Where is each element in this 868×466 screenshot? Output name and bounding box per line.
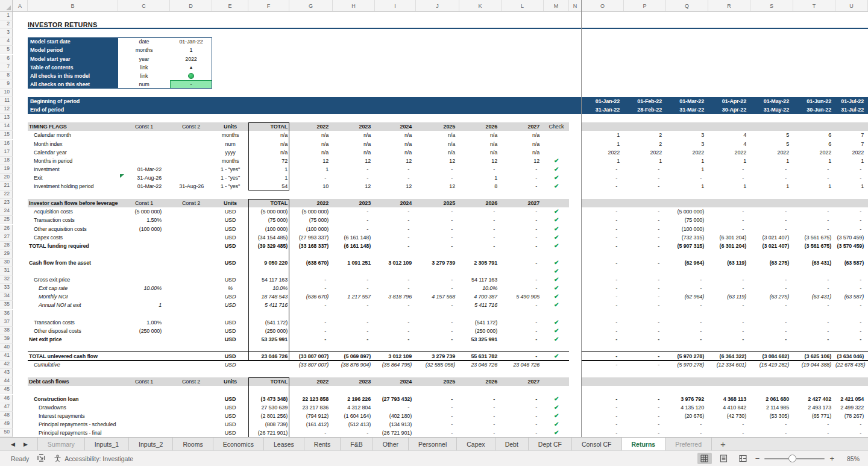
cell-O46[interactable]: - xyxy=(582,395,624,403)
cell-S41[interactable]: (3 084 682) xyxy=(750,352,793,361)
header-const1-14[interactable]: Const 1 xyxy=(118,122,170,131)
cell-H50[interactable]: - xyxy=(333,429,375,437)
cell-L27[interactable]: - xyxy=(502,233,544,242)
cell-O12[interactable]: 31-Jan-22 xyxy=(582,105,624,114)
row-label-19[interactable]: Investment xyxy=(28,165,118,174)
units-16[interactable]: num xyxy=(212,140,248,148)
const2-21[interactable]: 31-Aug-26 xyxy=(170,182,212,190)
cell-G16[interactable]: n/a xyxy=(289,140,333,148)
row-header-40[interactable]: 40 xyxy=(0,344,13,352)
cell-R49[interactable]: - xyxy=(708,420,750,429)
cell-T19[interactable]: - xyxy=(793,165,835,174)
cell-O26[interactable]: - xyxy=(582,225,624,233)
const1-38[interactable]: (250 000) xyxy=(118,327,170,335)
cell-K30[interactable]: 2 305 791 xyxy=(459,259,502,267)
units-27[interactable]: USD xyxy=(212,233,248,242)
cell-R26[interactable]: - xyxy=(708,225,750,233)
cell-L38[interactable]: - xyxy=(502,327,544,335)
units-28[interactable]: USD xyxy=(212,242,248,250)
cell-Q15[interactable]: 3 xyxy=(666,131,708,139)
cell-L24[interactable]: - xyxy=(502,207,544,216)
units-17[interactable]: yyyy xyxy=(212,148,248,157)
const1-37[interactable]: 1.00% xyxy=(118,318,170,327)
row-header-14[interactable]: 14 xyxy=(0,122,13,131)
cell-T20[interactable]: - xyxy=(793,174,835,182)
cell-I33[interactable]: - xyxy=(375,284,416,292)
cell-R38[interactable]: - xyxy=(708,327,750,335)
cell-I49[interactable]: (134 913) xyxy=(375,420,416,429)
cell-H25[interactable]: - xyxy=(333,216,375,224)
cell-I26[interactable]: - xyxy=(375,225,416,233)
cell-U48[interactable]: (78 267) xyxy=(835,412,868,420)
cell-U27[interactable]: (3 570 459) xyxy=(835,233,868,242)
units-50[interactable]: USD xyxy=(212,429,248,437)
row-header-11[interactable]: 11 xyxy=(0,97,13,105)
cell-J32[interactable]: - xyxy=(416,276,459,284)
zoom-slider[interactable] xyxy=(764,458,825,459)
sheet-tab-returns[interactable]: Returns xyxy=(622,438,666,450)
units-47[interactable]: USD xyxy=(212,403,248,412)
cell-I23[interactable]: 2024 xyxy=(375,199,416,207)
cell-G44[interactable]: 2022 xyxy=(289,377,333,386)
const1-21[interactable]: 01-Mar-22 xyxy=(118,182,170,190)
cell-J37[interactable]: - xyxy=(416,318,459,327)
row-label-50[interactable]: Principal repayments - final xyxy=(28,429,118,437)
cell-G17[interactable]: n/a xyxy=(289,148,333,157)
cell-U33[interactable]: - xyxy=(835,284,868,292)
cell-J38[interactable]: - xyxy=(416,327,459,335)
cell-J41[interactable]: 3 279 739 xyxy=(416,352,459,361)
cell-T18[interactable]: 1 xyxy=(793,157,835,165)
cell-K34[interactable]: 4 700 387 xyxy=(459,292,502,301)
cell-I30[interactable]: 3 012 109 xyxy=(375,259,416,267)
select-all-corner[interactable] xyxy=(0,0,13,12)
cell-R24[interactable]: - xyxy=(708,207,750,216)
normal-view-button[interactable] xyxy=(697,453,712,464)
cell-R30[interactable]: (63 119) xyxy=(708,259,750,267)
sheet-tab-inputs-1[interactable]: Inputs_1 xyxy=(85,438,129,450)
cell-S48[interactable]: (53 305) xyxy=(750,412,793,420)
units-34[interactable]: USD xyxy=(212,292,248,301)
sheet-tab-f-b[interactable]: F&B xyxy=(341,438,373,450)
cell-G46[interactable]: 22 123 858 xyxy=(289,395,333,403)
cell-K44[interactable]: 2026 xyxy=(459,377,502,386)
header-const2-44[interactable]: Const 2 xyxy=(170,377,212,386)
zoom-level[interactable]: 85% xyxy=(839,455,860,462)
row-label-24[interactable]: Acquisition costs xyxy=(28,207,118,216)
cell-T21[interactable]: 1 xyxy=(793,182,835,190)
cell-K33[interactable]: 10.0% xyxy=(459,284,502,292)
cell-P49[interactable]: - xyxy=(624,420,666,429)
row-header-19[interactable]: 19 xyxy=(0,165,13,174)
row-label-28[interactable]: TOTAL funding required xyxy=(28,242,118,250)
cell-H34[interactable]: 1 217 557 xyxy=(333,292,375,301)
units-21[interactable]: 1 - "yes" xyxy=(212,182,248,190)
cell-U12[interactable]: 31-Jul-22 xyxy=(835,105,868,114)
cell-P35[interactable]: - xyxy=(624,301,666,309)
cell-U47[interactable]: 2 499 322 xyxy=(835,403,868,412)
page-break-preview-button[interactable] xyxy=(736,453,750,464)
sheet-tab-capex[interactable]: Capex xyxy=(457,438,495,450)
cell-Q17[interactable]: 2022 xyxy=(666,148,708,157)
cell-R47[interactable]: 4 410 842 xyxy=(708,403,750,412)
row-label-39[interactable]: Net exit price xyxy=(28,335,118,344)
cell-U28[interactable]: (3 570 459) xyxy=(835,242,868,250)
cell-Q25[interactable]: (75 000) xyxy=(666,216,708,224)
cell-I27[interactable]: - xyxy=(375,233,416,242)
cell-P37[interactable]: - xyxy=(624,318,666,327)
row-header-36[interactable]: 36 xyxy=(0,310,13,318)
cell-T37[interactable]: - xyxy=(793,318,835,327)
cell-I39[interactable]: - xyxy=(375,335,416,344)
row-label-26[interactable]: Other acquisition costs xyxy=(28,225,118,233)
cell-O38[interactable]: - xyxy=(582,327,624,335)
cell-K21[interactable]: 8 xyxy=(459,182,502,190)
cell-U30[interactable]: (63 587) xyxy=(835,259,868,267)
cell-J44[interactable]: 2025 xyxy=(416,377,459,386)
cell-J18[interactable]: 12 xyxy=(416,157,459,165)
cell-O37[interactable]: - xyxy=(582,318,624,327)
cell-G26[interactable]: (100 000) xyxy=(289,225,333,233)
cell-S42[interactable]: (15 419 282) xyxy=(750,361,793,369)
cell-O30[interactable]: - xyxy=(582,259,624,267)
cell-J21[interactable]: 12 xyxy=(416,182,459,190)
cell-T27[interactable]: (3 561 675) xyxy=(793,233,835,242)
cell-U41[interactable]: (3 634 046) xyxy=(835,352,868,361)
cell-Q19[interactable]: 1 xyxy=(666,165,708,174)
